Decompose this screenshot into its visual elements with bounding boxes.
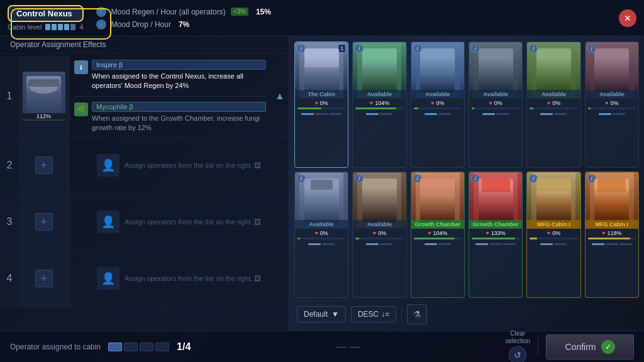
assign-text-2: Assign operators from the list on the ri… <box>125 162 262 169</box>
clear-icon: ↺ <box>509 346 526 363</box>
confirm-button[interactable]: Confirm ✓ <box>546 334 634 359</box>
op-status-label-10: Growth Chamber <box>469 220 522 229</box>
mood-drop-icon: ↓ <box>96 19 106 30</box>
assign-text-3: Assign operators from the list on the ri… <box>125 218 262 226</box>
mood-value-3: 0% <box>436 100 444 106</box>
op-mood-11: ♥ 0% <box>527 229 580 238</box>
slot-operator-3: + <box>19 194 69 250</box>
mood-value-2: 104% <box>375 100 389 106</box>
op-mood-12: ♥ 118% <box>586 229 638 238</box>
mycophile-desc: When assigned to the Growth Chamber, inc… <box>92 114 266 133</box>
section-title: Operator Assignment Effects <box>10 40 106 49</box>
op-card-5[interactable]: i Available ♥ 0% <box>526 41 580 168</box>
scroll-8 <box>353 242 406 246</box>
op-info-icon-3: i <box>413 44 422 53</box>
op-portrait-4: i Available <box>469 42 522 99</box>
op-progress-fill-11 <box>530 238 536 239</box>
bar-1 <box>45 24 50 30</box>
op-card-4[interactable]: i Available ♥ 0% <box>469 41 523 168</box>
avatar-placeholder-3: 👤 <box>97 211 119 233</box>
scroll-4 <box>469 112 522 116</box>
op-card-9[interactable]: i Growth Chamber ♥ 104% <box>411 172 465 298</box>
inspire-desc: When assigned to the Control Nexus, incr… <box>92 72 266 91</box>
operator-portrait-1[interactable]: 112% <box>23 72 65 121</box>
op-portrait-12: i MFG Cabin I <box>586 172 638 229</box>
scroll-7 <box>295 242 348 246</box>
op-status-label-6: Available <box>586 90 638 99</box>
op-portrait-6: i Available <box>586 42 638 99</box>
heart-icon-3: ♥ <box>431 100 434 106</box>
filter-button[interactable]: ⚗ <box>407 304 427 324</box>
scroll-10 <box>469 242 522 246</box>
header: Control Nexus Cabin level 4 ↑ Mood Regen… <box>0 0 644 36</box>
op-status-label-2: Available <box>353 90 406 99</box>
add-operator-3[interactable]: + <box>35 213 53 231</box>
empty-slot-3: 👤 Assign operators from the list on the … <box>69 194 289 250</box>
slot-number-4: 4 <box>0 251 19 307</box>
sort-label: Default <box>304 310 328 319</box>
slot-operator-4: + <box>19 251 69 307</box>
mycophile-icon: 🌿 <box>74 102 88 116</box>
avatar-placeholder-2: 👤 <box>97 154 119 177</box>
op-mood-3: ♥ 0% <box>411 99 464 107</box>
slot-indicators <box>108 343 169 351</box>
op-status-label-5: Available <box>527 90 580 99</box>
op-mood-7: ♥ 0% <box>295 229 348 238</box>
header-stats: ↑ Mood Regen / Hour (all operators) +3% … <box>96 7 606 30</box>
slot-indicator-1 <box>108 343 122 351</box>
scroll-3 <box>411 112 464 116</box>
op-status-label-4: Available <box>469 90 522 99</box>
op-card-8[interactable]: i Available ♥ 0% <box>352 172 406 298</box>
op-card-12[interactable]: i MFG Cabin I ♥ 118% <box>585 172 639 298</box>
skill-row-inspire: ℹ Inspire β When assigned to the Control… <box>74 60 266 91</box>
op-progress-fill-1 <box>297 107 321 109</box>
op-card-2[interactable]: i Available ♥ 104% <box>352 41 406 168</box>
skill-row-mycophile: 🌿 Mycophile β When assigned to the Growt… <box>74 102 266 133</box>
heart-icon-12: ♥ <box>602 230 605 236</box>
expand-button-1[interactable]: ▲ <box>271 56 289 137</box>
assignment-info: Operator assigned to cabin <box>10 343 101 351</box>
op-info-icon-4: i <box>471 44 480 53</box>
op-card-7[interactable]: i Available ♥ 0% <box>294 172 348 298</box>
heart-icon-5: ♥ <box>547 100 550 106</box>
op-progress-fill-2 <box>355 107 396 109</box>
heart-icon-7: ♥ <box>314 230 318 236</box>
op-card-3[interactable]: i Available ♥ 0% <box>411 41 465 168</box>
sort-dropdown[interactable]: Default ▼ <box>297 306 346 322</box>
middle-dashes: — — <box>336 341 359 353</box>
slot-number-2: 2 <box>0 138 19 194</box>
inspire-name: Inspire β <box>92 60 266 70</box>
clear-selection-button[interactable]: Clearselection ↺ <box>506 330 530 363</box>
bar-3 <box>58 24 63 30</box>
op-progress-7 <box>297 238 345 239</box>
heart-icon-10: ♥ <box>486 230 489 236</box>
stat-value-1: 15% <box>256 8 271 16</box>
operator-assignment-header: Operator Assignment Effects <box>0 36 289 53</box>
heart-icon-4: ♥ <box>489 100 492 106</box>
add-operator-4[interactable]: + <box>35 270 53 287</box>
slot-number-1: 1 <box>0 56 19 137</box>
scroll-5 <box>527 112 580 116</box>
mood-value-11: 0% <box>552 230 560 236</box>
sort-order-button[interactable]: DESC ↓= <box>351 306 396 322</box>
op-progress-fill-8 <box>355 238 359 239</box>
stat-row-mood-regen: ↑ Mood Regen / Hour (all operators) +3% … <box>96 7 606 17</box>
op-progress-fill-5 <box>530 107 533 109</box>
assignment-count: 1/4 <box>177 341 191 353</box>
op-card-6[interactable]: i Available ♥ 0% <box>585 41 639 168</box>
controls-divider <box>401 307 402 322</box>
close-button[interactable]: ✕ <box>619 9 636 27</box>
heart-icon-11: ♥ <box>547 230 550 236</box>
add-operator-2[interactable]: + <box>35 156 53 174</box>
op-progress-fill-10 <box>472 238 515 239</box>
op-progress-3 <box>414 107 462 109</box>
op-card-1[interactable]: i 1 The Cabin ♥ 0% <box>294 41 348 168</box>
op-progress-10 <box>472 238 519 239</box>
op-portrait-9: i Growth Chamber <box>411 172 464 229</box>
op-card-11[interactable]: i MFG Cabin I ♥ 0% <box>526 172 580 298</box>
op-card-10[interactable]: i Growth Chamber ♥ 133% <box>469 172 523 298</box>
op-mood-9: ♥ 104% <box>411 229 464 238</box>
op-portrait-5: i Available <box>527 42 580 99</box>
confirm-label: Confirm <box>565 342 596 352</box>
control-nexus-title: Control Nexus <box>8 5 84 22</box>
